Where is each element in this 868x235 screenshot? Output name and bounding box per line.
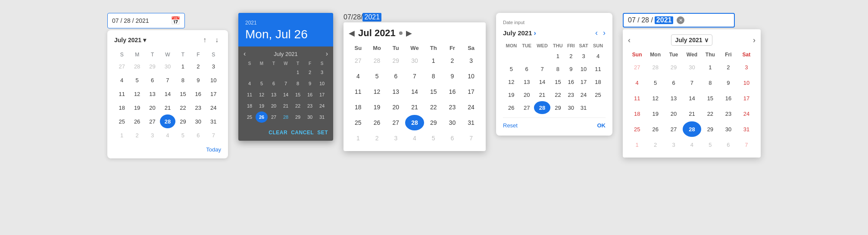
table-row[interactable]: 10 <box>462 68 481 84</box>
table-row[interactable]: 31 <box>577 101 590 114</box>
table-row[interactable]: 1 <box>114 128 129 142</box>
table-row[interactable]: 7 <box>160 73 175 87</box>
table-row[interactable]: 24 <box>737 106 756 121</box>
table-row[interactable] <box>268 67 280 78</box>
table-row[interactable]: 3 <box>577 49 590 62</box>
table-row[interactable]: 6 <box>268 78 280 89</box>
calendar1-month-button[interactable]: July 2021 ▾ <box>114 37 146 43</box>
table-row[interactable]: 12 <box>129 87 144 101</box>
table-row[interactable]: 15 <box>701 90 719 106</box>
table-row[interactable]: 7 <box>206 128 221 142</box>
table-row[interactable]: 1 <box>628 137 646 152</box>
table-row[interactable]: 9 <box>719 75 737 90</box>
table-row[interactable]: 11 <box>114 87 129 101</box>
table-row[interactable]: 30 <box>719 121 737 137</box>
table-row[interactable]: 6 <box>665 75 683 90</box>
table-row[interactable]: 6 <box>190 128 206 142</box>
table-row[interactable]: 19 <box>256 100 268 111</box>
table-row[interactable]: 7 <box>280 78 292 89</box>
table-row[interactable]: 28 <box>646 59 665 75</box>
table-row[interactable]: 21 <box>405 99 424 115</box>
table-row[interactable]: 5 <box>646 75 665 90</box>
table-row[interactable]: 2 <box>565 49 577 62</box>
calendar2-prev-button[interactable]: ‹ <box>244 50 246 58</box>
table-row[interactable]: 24 <box>462 99 481 115</box>
table-row[interactable]: 1 <box>349 130 368 146</box>
table-row[interactable]: 19 <box>503 88 520 101</box>
table-row[interactable]: 24 <box>316 100 328 111</box>
table-row[interactable]: 1 <box>550 49 565 62</box>
table-row[interactable]: 4 <box>244 78 256 89</box>
table-row[interactable]: 31 <box>206 114 221 128</box>
table-row[interactable]: 3 <box>206 59 221 73</box>
table-row[interactable]: 7 <box>405 68 424 84</box>
table-row[interactable]: 3 <box>737 59 756 75</box>
table-row[interactable]: 23 <box>304 100 316 111</box>
table-row[interactable] <box>503 49 520 62</box>
table-row[interactable]: 22 <box>550 88 565 101</box>
table-row[interactable]: 28 <box>160 114 175 128</box>
table-row[interactable]: 14 <box>683 90 701 106</box>
table-row[interactable]: 16 <box>304 89 316 100</box>
table-row[interactable]: 2 <box>719 59 737 75</box>
table-row[interactable]: 12 <box>503 75 520 88</box>
table-row[interactable]: 3 <box>386 130 405 146</box>
table-row[interactable]: 31 <box>737 121 756 137</box>
table-row[interactable]: 20 <box>145 101 160 114</box>
calendar2-set-button[interactable]: SET <box>317 130 328 136</box>
table-row[interactable]: 15 <box>550 75 565 88</box>
table-row[interactable]: 5 <box>701 137 719 152</box>
table-row[interactable]: 12 <box>646 90 665 106</box>
table-row[interactable]: 11 <box>628 90 646 106</box>
table-row[interactable]: 9 <box>565 62 577 75</box>
calendar5-input[interactable]: 07 / 28 / 2021 ✕ <box>623 13 735 28</box>
table-row[interactable]: 2 <box>304 67 316 78</box>
table-row[interactable]: 22 <box>424 99 443 115</box>
table-row[interactable]: 25 <box>114 114 129 128</box>
table-row[interactable]: 21 <box>683 106 701 121</box>
table-row[interactable]: 25 <box>244 111 256 123</box>
calendar5-month-select[interactable]: July 2021 ∨ <box>671 34 712 46</box>
table-row[interactable] <box>256 67 268 78</box>
table-row[interactable]: 6 <box>443 130 462 146</box>
table-row[interactable]: 4 <box>114 73 129 87</box>
table-row[interactable]: 28 <box>405 115 424 130</box>
table-row[interactable]: 11 <box>349 84 368 99</box>
table-row[interactable]: 27 <box>145 114 160 128</box>
table-row[interactable]: 10 <box>737 75 756 90</box>
table-row[interactable]: 30 <box>405 53 424 68</box>
table-row[interactable]: 6 <box>386 68 405 84</box>
table-row[interactable]: 31 <box>462 115 481 130</box>
table-row[interactable]: 27 <box>665 121 683 137</box>
table-row[interactable]: 30 <box>683 59 701 75</box>
table-row[interactable]: 30 <box>190 114 206 128</box>
table-row[interactable]: 1 <box>701 59 719 75</box>
table-row[interactable]: 13 <box>520 75 534 88</box>
table-row[interactable]: 29 <box>386 53 405 68</box>
table-row[interactable] <box>590 101 606 114</box>
table-row[interactable]: 16 <box>719 90 737 106</box>
table-row[interactable]: 10 <box>316 78 328 89</box>
table-row[interactable]: 28 <box>683 121 701 137</box>
table-row[interactable]: 12 <box>368 84 387 99</box>
table-row[interactable]: 20 <box>520 88 534 101</box>
table-row[interactable]: 18 <box>244 100 256 111</box>
table-row[interactable]: 26 <box>368 115 387 130</box>
table-row[interactable]: 29 <box>175 114 190 128</box>
table-row[interactable]: 17 <box>737 90 756 106</box>
table-row[interactable]: 23 <box>565 88 577 101</box>
table-row[interactable]: 4 <box>590 49 606 62</box>
table-row[interactable]: 24 <box>206 101 221 114</box>
table-row[interactable]: 20 <box>665 106 683 121</box>
table-row[interactable]: 5 <box>175 128 190 142</box>
table-row[interactable]: 17 <box>462 84 481 99</box>
table-row[interactable]: 14 <box>405 84 424 99</box>
table-row[interactable]: 18 <box>349 99 368 115</box>
table-row[interactable]: 13 <box>145 87 160 101</box>
table-row[interactable]: 12 <box>256 89 268 100</box>
table-row[interactable]: 15 <box>292 89 304 100</box>
table-row[interactable]: 25 <box>349 115 368 130</box>
calendar2-next-button[interactable]: › <box>326 50 328 58</box>
table-row[interactable]: 18 <box>114 101 129 114</box>
table-row[interactable]: 4 <box>160 128 175 142</box>
